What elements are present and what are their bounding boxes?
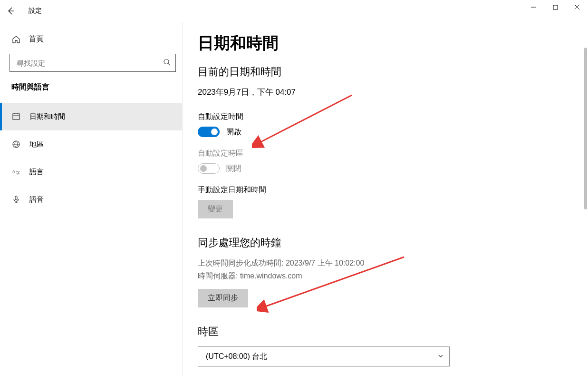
auto-time-state: 開啟 [226,127,241,137]
back-button[interactable] [0,0,22,22]
auto-timezone-label: 自動設定時區 [198,148,573,158]
sync-now-button[interactable]: 立即同步 [198,289,248,307]
microphone-icon [11,195,21,204]
nav-item-language[interactable]: A字 語言 [0,158,182,186]
auto-timezone-state: 關閉 [226,164,241,174]
chevron-down-icon [438,353,443,360]
arrow-left-icon [7,7,15,15]
nav-label: 語言 [29,168,44,177]
manual-datetime-label: 手動設定日期和時間 [198,185,573,195]
auto-timezone-toggle [198,163,220,174]
svg-point-1 [164,59,169,64]
nav-label: 地區 [29,140,44,149]
page-title: 日期和時間 [198,32,573,54]
search-input[interactable] [10,54,175,71]
timezone-selected: (UTC+08:00) 台北 [206,352,267,362]
language-icon: A字 [11,168,21,176]
home-icon [11,35,21,44]
home-link[interactable]: 首頁 [0,30,182,48]
nav-item-datetime[interactable]: 日期和時間 [0,103,182,130]
svg-rect-6 [15,196,17,200]
minimize-icon [530,4,536,10]
sidebar-group-title: 時間與語言 [0,79,182,103]
last-sync-text: 上次時間同步化成功時間: 2023/9/7 上午 10:02:00 [198,257,573,269]
nav-item-region[interactable]: 地區 [0,130,182,158]
timezone-dropdown[interactable]: (UTC+08:00) 台北 [198,346,450,366]
svg-text:字: 字 [16,171,20,175]
nav-label: 語音 [29,195,44,204]
svg-text:A: A [12,169,15,174]
time-server-text: 時間伺服器: time.windows.com [198,269,573,282]
close-icon [574,4,580,10]
globe-icon [11,140,21,148]
change-datetime-button: 變更 [198,200,233,218]
search-icon [163,59,171,68]
home-label: 首頁 [29,34,44,44]
auto-time-label: 自動設定時間 [198,112,573,122]
svg-rect-2 [13,114,19,119]
window-title: 設定 [29,7,42,15]
nav-item-speech[interactable]: 語音 [0,186,182,213]
calendar-clock-icon [11,112,21,121]
close-button[interactable] [566,0,588,14]
maximize-icon [553,5,558,10]
minimize-button[interactable] [522,0,544,14]
scrollbar-thumb[interactable] [584,48,587,209]
nav-label: 日期和時間 [29,112,65,121]
svg-rect-0 [553,5,558,10]
maximize-button[interactable] [544,0,566,14]
current-datetime-value: 2023年9月7日，下午 04:07 [198,87,573,98]
auto-time-toggle[interactable] [198,127,220,137]
search-box[interactable] [10,54,176,72]
current-datetime-heading: 目前的日期和時間 [198,65,573,79]
timezone-heading: 時區 [198,325,573,339]
sync-clock-heading: 同步處理您的時鐘 [198,236,573,250]
scrollbar[interactable] [583,22,588,366]
